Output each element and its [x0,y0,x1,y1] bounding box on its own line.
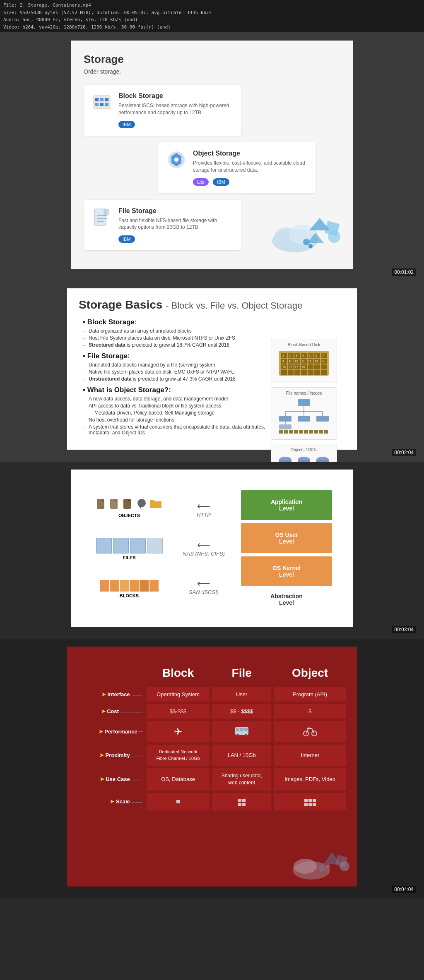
abs-app-level: ApplicationLevel [241,490,332,520]
slide2-object-list: A new data access, data storage, and dat… [89,396,286,436]
slide2-file-list: Unrelated data blocks managed by a file … [89,362,286,382]
abs-os-user-level: OS UserLevel [241,523,332,553]
interface-object-cell: Program (API) [274,687,346,702]
object-storage-icon [166,150,186,170]
performance-row-label: ➤ Performance -- [78,721,144,742]
svg-rect-49 [288,370,294,375]
slide2-title: Storage Basics - Block vs. File vs. Obje… [79,298,345,311]
bus-icon [234,725,249,737]
file-storage-title: File Storage [118,207,233,215]
object-badge-ibm: IBM [213,178,229,186]
file-inodes-diagram: File names / inodes [271,387,337,440]
abs-left-arrow1: ⟵ [197,501,211,512]
slide2-object-bullet4: No host overhead for storage functions [89,417,286,423]
svg-text:4: 4 [302,354,304,357]
svg-point-21 [328,230,340,243]
proximity-object-cell: Internet [274,745,346,766]
col-object-header: Object [274,661,346,685]
scale-row-label: ➤ Scale -------- [78,793,144,810]
svg-rect-51 [301,370,307,375]
abs-files-icons [96,538,163,553]
slide2-file-bullet1: Unrelated data blocks managed by a file … [89,362,286,368]
objects-oids-label: Objects / OIDs [275,448,333,452]
svg-rect-88 [294,430,298,434]
abstraction-diagram: OBJECTS FILES [84,482,340,614]
svg-text:14: 14 [321,360,325,363]
file-inodes-label: File names / inodes [275,391,333,395]
svg-rect-3 [105,98,108,101]
svg-text:5: 5 [309,354,311,357]
svg-rect-45 [308,364,313,369]
slide3-wrapper: OBJECTS FILES [0,462,424,639]
abs-blocks: BLOCKS [100,580,159,598]
proximity-row: ➤ Proximity -------- Dedicated NetworkFi… [78,745,346,766]
object-storage-desc: Provides flexible, cost-effective, and s… [193,160,307,174]
abs-items-column: OBJECTS FILES [92,490,166,606]
svg-rect-4 [95,103,99,106]
cost-row-label: ➤ Cost ---------------- [78,704,144,719]
svg-point-23 [303,239,310,245]
cost-object-cell: $ [274,704,346,719]
svg-rect-90 [304,430,308,434]
slide1-wrapper: Storage Order storage. Block Storage Per… [0,32,424,282]
slide1-cloud-graphic [262,210,344,261]
slide2-left: • Block Storage: Data organized as an ar… [79,318,286,436]
svg-point-143 [326,864,330,868]
svg-point-10 [174,158,178,162]
svg-rect-87 [289,430,293,434]
svg-rect-2 [100,98,104,101]
svg-point-142 [319,865,325,871]
abs-files-label: FILES [96,555,163,560]
svg-text:15: 15 [282,366,286,369]
slide2-block-bullet3: Structured data is predicted to grow at … [89,342,286,348]
cost-file-cell: $$ - $$$$ [212,704,271,719]
slide4: Block File Object ➤ Interface -------- O… [67,647,357,887]
object-storage-title: Object Storage [193,150,307,157]
svg-rect-93 [319,430,323,434]
svg-point-131 [236,734,239,736]
slide2-file-title: • File Storage: [83,352,286,360]
slide2: Storage Basics - Block vs. File vs. Obje… [67,288,357,450]
abs-nas-label: NAS (NFS, CIFS) [183,551,225,557]
svg-text:7: 7 [322,354,324,357]
usecase-row-label: ➤ Use Case -------- [78,768,144,791]
svg-rect-130 [244,728,248,731]
svg-point-25 [308,244,313,248]
block-badge-ibm: IBM [118,121,135,128]
abs-http-row: ⟵ HTTP [197,501,211,518]
proximity-row-label: ➤ Proximity -------- [78,745,144,766]
slide2-content: • Block Storage: Data organized as an ar… [79,318,345,436]
abs-http-label: HTTP [197,512,211,518]
abs-left-arrow3: ⟵ [189,578,219,589]
file-badge-ibm: IBM [118,235,135,243]
col-block-header: Block [147,661,210,685]
slide2-wrapper: Storage Basics - Block vs. File vs. Obje… [0,282,424,462]
slide2-block-title: • Block Storage: [83,318,286,326]
slide2-object-bullet5: A system that stores virtual containers … [89,424,286,436]
svg-text:12: 12 [308,360,311,363]
svg-text:1: 1 [282,354,284,357]
svg-rect-89 [299,430,303,434]
slide2-file-bullet3: Unstructured data is predicted to grow a… [89,376,286,382]
abs-protocols-column: ⟵ HTTP ⟵ NAS (NFS, CIFS) ⟵ SAN (iSCSI) [166,490,241,606]
svg-text:2: 2 [289,354,291,357]
video-info-line1: File: 2. Storage, Containers.mp4 [3,2,421,9]
slide1-timestamp: 00:01:02 [392,268,416,276]
slide3-timestamp: 00:03:04 [392,626,416,633]
block-disk-label: Block-Based Disk [275,343,333,347]
abs-objects: OBJECTS [96,498,162,518]
slide4-cloud-graphic [287,843,353,882]
abs-os-kernel-level: OS KernelLevel [241,556,332,586]
cost-block-cell: $$-$$$ [147,704,210,719]
table-header-row: Block File Object [78,661,346,685]
slide2-object-bullet3: Metadata Driven, Policy-based, Self Mana… [94,410,286,416]
svg-rect-54 [321,370,327,375]
file-storage-icon [92,207,112,227]
svg-rect-82 [316,416,329,422]
video-info-line4: Video: h264, yuv420p, 1280x720, 1296 kb/… [3,24,421,31]
svg-rect-12 [104,209,109,215]
performance-file-cell [212,721,271,742]
slide3: OBJECTS FILES [71,470,353,627]
abs-abstraction-label: AbstractionLevel [241,591,332,606]
slide2-title-suffix: - Block vs. File vs. Object Storage [166,300,302,311]
